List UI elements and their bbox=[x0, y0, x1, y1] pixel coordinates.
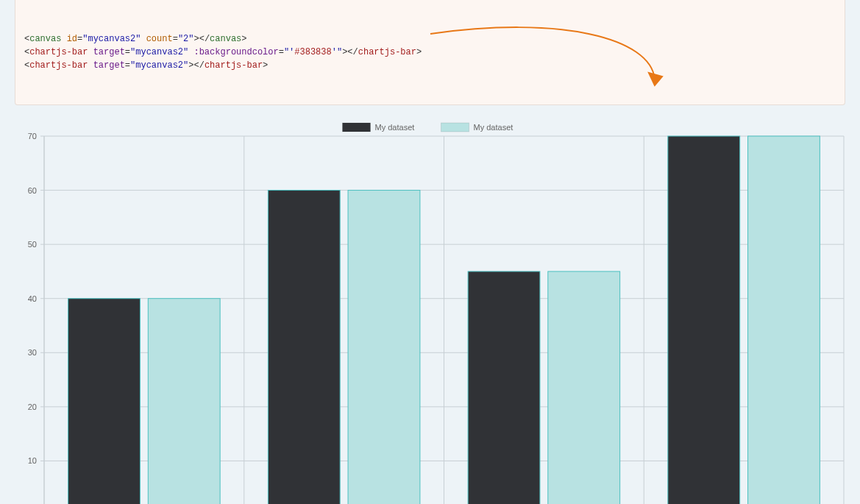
y-tick-label: 60 bbox=[28, 186, 37, 195]
code-line: <chartjs-bar target="mycanvas2" :backgro… bbox=[24, 46, 836, 59]
legend-label: My dataset bbox=[375, 123, 415, 132]
bar bbox=[68, 299, 141, 504]
y-tick-label: 20 bbox=[28, 402, 37, 411]
y-tick-label: 10 bbox=[28, 456, 37, 465]
bar bbox=[668, 136, 740, 504]
code-line: <chartjs-bar target="mycanvas2"></chartj… bbox=[24, 59, 836, 72]
bar bbox=[348, 191, 420, 504]
y-tick-label: 30 bbox=[28, 348, 37, 357]
legend-label: My dataset bbox=[474, 123, 513, 132]
legend-swatch bbox=[343, 123, 371, 132]
bar bbox=[548, 271, 620, 504]
y-tick-label: 40 bbox=[28, 294, 37, 303]
legend-swatch bbox=[441, 123, 469, 132]
code-snippet: <canvas id="mycanvas2" count="2"></canva… bbox=[15, 0, 845, 105]
code-line: <canvas id="mycanvas2" count="2"></canva… bbox=[24, 32, 836, 46]
bar-chart: 010203040506070firstsecondthirdfourthMy … bbox=[15, 114, 845, 504]
y-tick-label: 50 bbox=[28, 240, 37, 249]
bar bbox=[268, 191, 340, 504]
bar bbox=[748, 136, 820, 504]
bar bbox=[148, 299, 220, 504]
bar bbox=[468, 271, 540, 504]
y-tick-label: 70 bbox=[28, 132, 37, 141]
